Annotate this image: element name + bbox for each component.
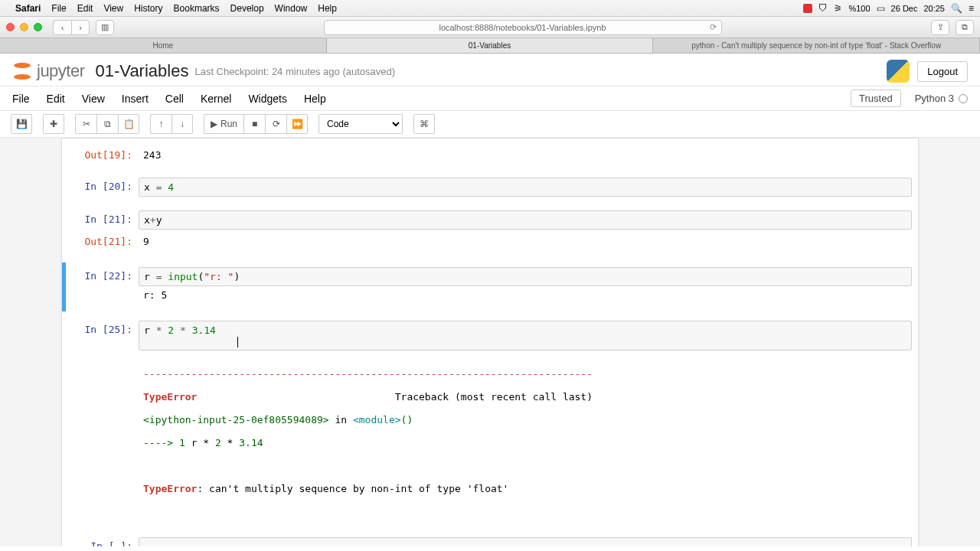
code-cell-empty[interactable]: In [ ]: xyxy=(62,536,918,546)
menu-kernel[interactable]: Kernel xyxy=(201,93,231,105)
tab-label: 01-Variables xyxy=(469,41,511,50)
restart-button[interactable]: ⟳ xyxy=(265,114,286,134)
sidebar-button[interactable]: ▥ xyxy=(96,20,114,35)
input-prompt: In [22]: xyxy=(62,267,139,307)
input-prompt: In [21]: xyxy=(62,210,139,230)
spotlight-icon[interactable]: 🔍 xyxy=(951,3,962,14)
kernel-idle-icon xyxy=(959,94,968,103)
jupyter-menubar: File Edit View Insert Cell Kernel Widget… xyxy=(0,86,980,111)
wifi-icon[interactable]: ⚞ xyxy=(834,3,842,14)
shield-icon[interactable]: ⛉ xyxy=(818,3,828,14)
nav-buttons: ‹ › xyxy=(53,20,90,35)
input-prompt: In [25]: xyxy=(62,321,139,520)
tabs-button[interactable]: ⧉ xyxy=(956,20,974,35)
input-prompt: In [20]: xyxy=(62,178,139,197)
copy-button[interactable]: ⧉ xyxy=(96,114,118,134)
python-logo-icon xyxy=(887,60,910,83)
tab-home[interactable]: Home xyxy=(0,38,327,53)
code-cell-21[interactable]: In [21]: x+y xyxy=(62,209,918,231)
input-prompt: In [ ]: xyxy=(62,537,139,546)
macos-menu-history[interactable]: History xyxy=(134,3,162,14)
jupyter-header: jupyter 01-Variables Last Checkpoint: 24… xyxy=(0,54,980,86)
macos-menu-file[interactable]: File xyxy=(51,3,66,14)
jupyter-logo-text: jupyter xyxy=(37,61,85,81)
checkpoint-text: Last Checkpoint: 24 minutes ago (autosav… xyxy=(194,66,395,77)
app-name[interactable]: Safari xyxy=(15,3,41,14)
output-cell-21: Out[21]: 9 xyxy=(62,231,918,252)
safari-toolbar: ‹ › ▥ localhost:8888/notebooks/01-Variab… xyxy=(0,17,980,38)
menu-edit[interactable]: Edit xyxy=(47,93,65,105)
menu-insert[interactable]: Insert xyxy=(122,93,149,105)
code-input[interactable]: r = input("r: ") xyxy=(139,267,912,286)
cut-button[interactable]: ✂ xyxy=(75,114,96,134)
macos-menu-bookmarks[interactable]: Bookmarks xyxy=(174,3,220,14)
move-up-button[interactable]: ↑ xyxy=(150,114,172,134)
menu-view[interactable]: View xyxy=(82,93,105,105)
menu-cell[interactable]: Cell xyxy=(165,93,184,105)
battery-percent: %100 xyxy=(848,4,870,13)
macos-menu-help[interactable]: Help xyxy=(318,3,337,14)
code-cell-20[interactable]: In [20]: x = 4 xyxy=(62,176,918,198)
text-cursor xyxy=(237,337,238,347)
command-palette-button[interactable]: ⌘ xyxy=(413,114,435,134)
add-cell-button[interactable]: ✚ xyxy=(43,114,64,134)
battery-icon: ▭ xyxy=(877,3,885,14)
move-down-button[interactable]: ↓ xyxy=(172,114,193,134)
code-input[interactable]: r * 2 * 3.14 xyxy=(139,321,912,350)
logout-button[interactable]: Logout xyxy=(917,61,968,82)
tab-label: python - Can't multiply sequence by non-… xyxy=(691,41,941,50)
output-prompt: Out[21]: xyxy=(62,233,139,250)
paste-button[interactable]: 📋 xyxy=(118,114,139,134)
menu-file[interactable]: File xyxy=(12,93,30,105)
jupyter-logo-icon xyxy=(12,61,32,81)
window-minimize-button[interactable] xyxy=(20,23,28,31)
menu-help[interactable]: Help xyxy=(304,93,326,105)
macos-menubar: Safari File Edit View History Bookmarks … xyxy=(0,0,980,17)
macos-menu-view[interactable]: View xyxy=(103,3,123,14)
jupyter-logo[interactable]: jupyter xyxy=(12,61,85,81)
output-cell-19: Out[19]: 243 xyxy=(62,145,918,165)
run-button[interactable]: ▶ Run xyxy=(204,114,243,134)
back-button[interactable]: ‹ xyxy=(53,20,71,35)
code-cell-25[interactable]: In [25]: r * 2 * 3.14 ------------------… xyxy=(62,319,918,522)
save-button[interactable]: 💾 xyxy=(11,114,32,134)
tab-notebook[interactable]: 01-Variables xyxy=(327,38,654,53)
notifications-icon[interactable]: ≡ xyxy=(969,3,974,14)
empty-code-input[interactable] xyxy=(144,541,906,546)
code-input[interactable]: x+y xyxy=(139,210,912,230)
macos-menu-edit[interactable]: Edit xyxy=(77,3,93,14)
menubar-date[interactable]: 26 Dec xyxy=(891,4,918,13)
notebook-title[interactable]: 01-Variables xyxy=(96,61,189,81)
restart-run-all-button[interactable]: ⏩ xyxy=(286,114,308,134)
trusted-badge[interactable]: Trusted xyxy=(851,90,901,107)
tab-stackoverflow[interactable]: python - Can't multiply sequence by non-… xyxy=(653,38,980,53)
forward-button[interactable]: › xyxy=(71,20,90,35)
url-text: localhost:8888/notebooks/01-Variables.ip… xyxy=(439,23,606,32)
notebook-inner: Out[19]: 243 In [20]: x = 4 In [21]: x+y… xyxy=(61,138,919,546)
safari-tabbar: Home 01-Variables python - Can't multipl… xyxy=(0,38,980,54)
run-label: Run xyxy=(220,119,237,129)
window-controls xyxy=(6,23,42,31)
window-close-button[interactable] xyxy=(6,23,15,31)
code-cell-22[interactable]: In [22]: r = input("r: ") r: 5 xyxy=(62,262,918,311)
recording-indicator-icon xyxy=(803,4,812,13)
jupyter-toolbar: 💾 ✚ ✂ ⧉ 📋 ↑ ↓ ▶ Run ■ ⟳ ⏩ Code ⌘ xyxy=(0,111,980,138)
reload-icon[interactable]: ⟳ xyxy=(710,22,717,32)
code-input[interactable]: x = 4 xyxy=(139,178,912,197)
menu-widgets[interactable]: Widgets xyxy=(248,93,287,105)
notebook-container[interactable]: Out[19]: 243 In [20]: x = 4 In [21]: x+y… xyxy=(0,138,980,546)
output-stream: r: 5 xyxy=(139,286,912,307)
macos-menu-window[interactable]: Window xyxy=(275,3,308,14)
window-zoom-button[interactable] xyxy=(34,23,42,31)
tab-label: Home xyxy=(152,41,173,50)
traceback-output: ----------------------------------------… xyxy=(139,354,912,520)
share-button[interactable]: ⇪ xyxy=(931,20,949,35)
output-prompt: Out[19]: xyxy=(62,146,139,164)
menubar-time[interactable]: 20:25 xyxy=(923,4,945,13)
macos-menu-develop[interactable]: Develop xyxy=(230,3,264,14)
code-input[interactable] xyxy=(139,537,912,546)
address-bar[interactable]: localhost:8888/notebooks/01-Variables.ip… xyxy=(324,20,722,35)
kernel-name[interactable]: Python 3 xyxy=(915,93,954,104)
celltype-select[interactable]: Code xyxy=(318,114,403,134)
interrupt-button[interactable]: ■ xyxy=(243,114,265,134)
